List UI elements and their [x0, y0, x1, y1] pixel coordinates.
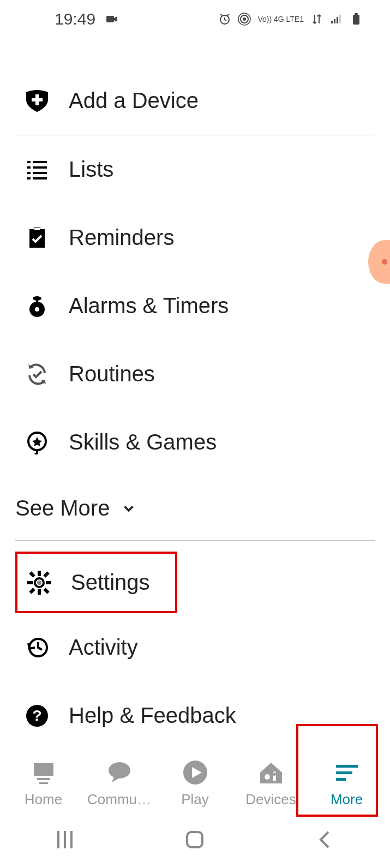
- chat-icon: [106, 759, 133, 786]
- chevron-down-icon: [121, 500, 137, 517]
- svg-rect-53: [57, 831, 59, 848]
- history-icon: [25, 636, 49, 660]
- svg-rect-55: [70, 831, 73, 848]
- svg-rect-23: [34, 228, 40, 230]
- tab-home[interactable]: Home: [8, 759, 79, 808]
- menu-label: Activity: [69, 635, 138, 660]
- more-highlight: [296, 724, 378, 817]
- tab-play[interactable]: Play: [160, 759, 231, 808]
- svg-point-49: [273, 773, 276, 776]
- menu-label: Routines: [69, 362, 155, 386]
- status-bar: 19:49 Vo)) 4G LTE1: [0, 0, 390, 34]
- tab-label: Devices: [245, 791, 296, 808]
- home-button[interactable]: [183, 828, 207, 854]
- list-icon: [25, 158, 49, 182]
- menu-label: Alarms & Timers: [69, 294, 229, 318]
- signal-icon: [330, 13, 343, 26]
- status-time: 19:49: [55, 10, 95, 28]
- svg-text:?: ?: [32, 707, 41, 724]
- clipboard-check-icon: [25, 226, 49, 250]
- see-more-label: See More: [15, 496, 110, 520]
- svg-rect-32: [27, 581, 33, 584]
- svg-rect-31: [38, 589, 41, 595]
- data-arrows-icon: [310, 13, 323, 26]
- menu-skills[interactable]: Skills & Games: [15, 408, 375, 476]
- menu-alarms[interactable]: Alarms & Timers: [15, 272, 375, 340]
- svg-point-45: [109, 762, 130, 779]
- svg-rect-37: [43, 588, 49, 594]
- plus-shield-icon: [25, 89, 49, 113]
- svg-rect-6: [334, 19, 335, 23]
- status-right: Vo)) 4G LTE1: [218, 13, 363, 26]
- bottom-tab-bar: Home Commu… Play Devices More: [0, 749, 390, 813]
- tab-label: Home: [25, 791, 62, 808]
- svg-point-47: [265, 774, 270, 780]
- svg-rect-18: [33, 172, 47, 174]
- tab-devices[interactable]: Devices: [236, 759, 307, 808]
- svg-rect-44: [39, 782, 48, 784]
- svg-rect-14: [33, 161, 47, 163]
- svg-rect-21: [29, 229, 45, 248]
- menu-settings[interactable]: Settings: [17, 557, 172, 608]
- menu-activity[interactable]: Activity: [15, 613, 375, 681]
- svg-rect-8: [339, 15, 341, 23]
- alarm-status-icon: [218, 13, 231, 26]
- menu-label: Reminders: [69, 225, 174, 250]
- recents-button[interactable]: [53, 828, 77, 854]
- menu-add-device[interactable]: Add a Device: [15, 67, 375, 135]
- svg-rect-12: [32, 98, 43, 101]
- help-icon: ?: [25, 704, 49, 728]
- svg-rect-33: [46, 581, 51, 584]
- menu-label: Skills & Games: [69, 430, 217, 454]
- svg-rect-35: [43, 571, 49, 577]
- system-nav-bar: [0, 813, 390, 868]
- svg-rect-54: [64, 831, 66, 848]
- home-icon: [31, 759, 57, 786]
- svg-rect-10: [355, 13, 358, 15]
- menu-routines[interactable]: Routines: [15, 340, 375, 408]
- svg-rect-19: [27, 177, 31, 179]
- devices-icon: [258, 759, 284, 786]
- tab-label: Play: [181, 791, 209, 808]
- tab-label: Commu…: [87, 791, 151, 808]
- network-label: Vo)) 4G LTE1: [257, 15, 304, 23]
- svg-point-27: [35, 307, 39, 312]
- play-icon: [182, 759, 208, 786]
- svg-rect-36: [29, 588, 35, 594]
- battery-icon: [350, 13, 363, 26]
- svg-rect-16: [33, 166, 47, 169]
- routines-icon: [25, 362, 49, 386]
- main-content: Add a Device Lists Reminders Alarms & Ti…: [0, 34, 390, 750]
- menu-label: Settings: [71, 570, 150, 595]
- svg-rect-17: [27, 172, 31, 174]
- svg-rect-25: [36, 300, 38, 302]
- svg-rect-30: [38, 571, 41, 576]
- svg-rect-56: [187, 832, 202, 847]
- svg-rect-20: [33, 177, 47, 179]
- skills-icon: [25, 430, 49, 454]
- svg-rect-42: [34, 763, 53, 776]
- menu-lists[interactable]: Lists: [15, 135, 375, 203]
- settings-highlight: Settings: [15, 552, 177, 613]
- menu-label: Help & Feedback: [69, 703, 236, 728]
- svg-rect-7: [337, 17, 338, 23]
- svg-rect-34: [29, 571, 35, 577]
- see-more-toggle[interactable]: See More: [15, 476, 375, 540]
- svg-rect-15: [27, 166, 31, 169]
- tab-communicate[interactable]: Commu…: [84, 759, 155, 808]
- svg-rect-13: [27, 161, 31, 163]
- alarm-icon: [25, 294, 49, 318]
- menu-label: Add a Device: [69, 88, 199, 113]
- svg-point-2: [243, 17, 246, 21]
- menu-label: Lists: [69, 157, 113, 182]
- svg-rect-43: [37, 778, 50, 780]
- camera-icon: [105, 13, 118, 26]
- status-left: 19:49: [55, 10, 118, 28]
- gear-icon: [27, 571, 51, 595]
- hotspot-icon: [238, 13, 251, 26]
- svg-rect-9: [353, 15, 359, 25]
- menu-reminders[interactable]: Reminders: [15, 203, 375, 272]
- svg-rect-5: [331, 21, 333, 23]
- back-button[interactable]: [313, 828, 337, 854]
- svg-point-38: [37, 580, 41, 585]
